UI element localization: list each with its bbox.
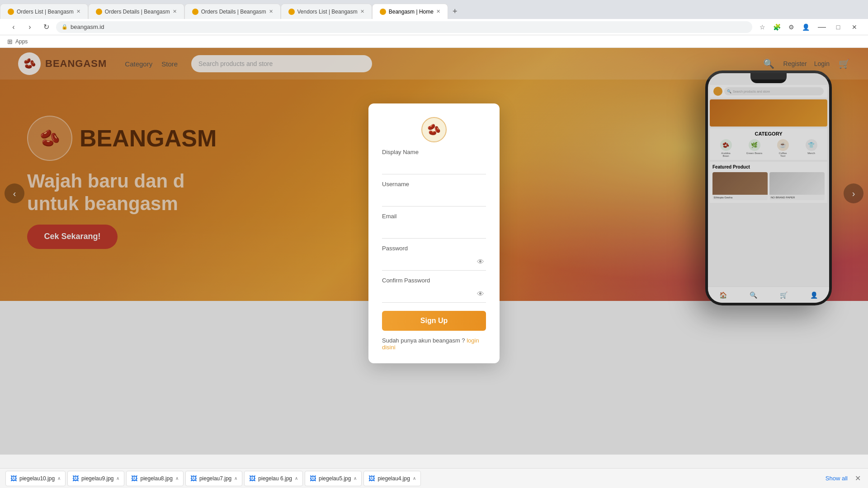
tab-orders-details-2[interactable]: Orders Details | Beangasm ✕	[184, 4, 281, 19]
tab-close[interactable]: ✕	[269, 9, 273, 14]
new-tab-button[interactable]: +	[448, 4, 462, 19]
download-item-6[interactable]: 🖼 piegelau5.jpg ∧	[305, 471, 362, 486]
tab-favicon	[288, 9, 295, 15]
download-chevron-icon[interactable]: ∧	[175, 476, 179, 481]
profile-button[interactable]: 👤	[799, 21, 812, 33]
close-browser-button[interactable]: ✕	[848, 21, 861, 33]
settings-button[interactable]: ⚙	[785, 21, 797, 33]
confirm-password-input[interactable]	[382, 286, 486, 303]
tab-label: Orders List | Beangasm	[17, 9, 74, 15]
modal-logo: 🫘	[421, 117, 447, 142]
tab-home[interactable]: Beangasm | Home ✕	[372, 4, 448, 19]
tab-label: Vendors List | Beangasm	[297, 9, 358, 15]
modal-logo-icon: 🫘	[427, 123, 441, 136]
download-item-7[interactable]: 🖼 piegelau4.jpg ∧	[363, 471, 420, 486]
signup-modal: 🫘 Display Name Username Email	[368, 103, 500, 363]
forward-button[interactable]: ›	[24, 21, 36, 33]
password-input[interactable]	[382, 253, 486, 271]
tab-label: Orders Details | Beangasm	[105, 9, 170, 15]
modal-footer: Sudah punya akun beangasm ? login disini	[382, 337, 486, 351]
download-item-1[interactable]: 🖼 piegelau10.jpg ∧	[5, 471, 66, 486]
username-input[interactable]	[382, 189, 486, 206]
tab-orders-list[interactable]: Orders List | Beangasm ✕	[0, 4, 88, 19]
modal-overlay: 🫘 Display Name Username Email	[0, 48, 868, 455]
password-input-wrap: 👁	[382, 253, 486, 271]
download-file-icon: 🖼	[72, 475, 79, 482]
minimize-button[interactable]: —	[816, 21, 828, 33]
username-label: Username	[382, 181, 486, 188]
download-chevron-icon[interactable]: ∧	[116, 476, 119, 481]
display-name-group: Display Name	[382, 149, 486, 174]
download-chevron-icon[interactable]: ∧	[234, 476, 237, 481]
tab-close[interactable]: ✕	[173, 9, 177, 14]
download-file-icon: 🖼	[131, 475, 137, 482]
download-filename: piegelau 6.jpg	[258, 475, 292, 482]
tab-close[interactable]: ✕	[436, 9, 440, 14]
apps-label: Apps	[15, 38, 28, 45]
download-filename: piegelau9.jpg	[81, 475, 113, 482]
download-file-icon: 🖼	[10, 475, 17, 482]
nav-bar: ‹ › ↻ 🔒 beangasm.id ☆ 🧩 ⚙ 👤 — □ ✕	[0, 19, 868, 35]
download-filename: piegelau10.jpg	[19, 475, 55, 482]
confirm-password-group: Confirm Password 👁	[382, 277, 486, 303]
back-button[interactable]: ‹	[7, 21, 20, 33]
apps-grid-icon: ⊞	[7, 38, 13, 45]
bookmark-button[interactable]: ☆	[756, 21, 769, 33]
download-item-2[interactable]: 🖼 piegelau9.jpg ∧	[67, 471, 124, 486]
tab-favicon	[96, 9, 102, 15]
tab-bar: Orders List | Beangasm ✕ Orders Details …	[0, 0, 868, 19]
confirm-password-input-wrap: 👁	[382, 286, 486, 303]
tab-label: Orders Details | Beangasm	[201, 9, 266, 15]
downloads-close-icon[interactable]: ✕	[853, 474, 863, 483]
username-group: Username	[382, 181, 486, 206]
show-all-button[interactable]: Show all	[822, 475, 851, 482]
downloads-bar: 🖼 piegelau10.jpg ∧ 🖼 piegelau9.jpg ∧ 🖼 p…	[0, 468, 868, 488]
reload-button[interactable]: ↻	[40, 21, 52, 33]
tab-favicon	[192, 9, 198, 15]
confirm-password-label: Confirm Password	[382, 277, 486, 284]
download-file-icon: 🖼	[190, 475, 197, 482]
display-name-input[interactable]	[382, 157, 486, 174]
password-label: Password	[382, 245, 486, 252]
display-name-label: Display Name	[382, 149, 486, 155]
confirm-password-eye-icon[interactable]: 👁	[477, 290, 484, 298]
display-name-input-wrap	[382, 157, 486, 174]
password-group: Password 👁	[382, 245, 486, 271]
download-chevron-icon[interactable]: ∧	[57, 476, 61, 481]
address-bar[interactable]: 🔒 beangasm.id	[56, 21, 752, 33]
download-chevron-icon[interactable]: ∧	[354, 476, 357, 481]
email-input[interactable]	[382, 221, 486, 239]
apps-bar: ⊞ Apps	[0, 35, 868, 48]
signup-button[interactable]: Sign Up	[382, 311, 486, 331]
download-chevron-icon[interactable]: ∧	[295, 476, 298, 481]
download-filename: piegelau8.jpg	[140, 475, 172, 482]
download-file-icon: 🖼	[249, 475, 255, 482]
tab-label: Beangasm | Home	[389, 9, 434, 15]
maximize-button[interactable]: □	[832, 21, 844, 33]
address-text: beangasm.id	[71, 23, 104, 30]
email-group: Email	[382, 213, 486, 239]
tab-orders-details-1[interactable]: Orders Details | Beangasm ✕	[88, 4, 184, 19]
download-filename: piegelau4.jpg	[377, 475, 410, 482]
email-label: Email	[382, 213, 486, 220]
download-chevron-icon[interactable]: ∧	[413, 476, 416, 481]
download-item-3[interactable]: 🖼 piegelau8.jpg ∧	[126, 471, 183, 486]
username-input-wrap	[382, 189, 486, 206]
tab-vendors-list[interactable]: Vendors List | Beangasm ✕	[281, 4, 372, 19]
modal-footer-text: Sudah punya akun beangasm ?	[382, 337, 465, 344]
download-file-icon: 🖼	[310, 475, 316, 482]
page-content: 🫘 BEANGASM Category Store Search product…	[0, 48, 868, 455]
password-eye-icon[interactable]: 👁	[477, 258, 484, 266]
email-input-wrap	[382, 221, 486, 239]
lock-icon: 🔒	[61, 24, 68, 30]
download-file-icon: 🖼	[368, 475, 375, 482]
download-item-5[interactable]: 🖼 piegelau 6.jpg ∧	[244, 471, 303, 486]
tab-favicon	[380, 9, 386, 15]
download-item-4[interactable]: 🖼 piegelau7.jpg ∧	[185, 471, 242, 486]
tab-close[interactable]: ✕	[360, 9, 364, 14]
download-filename: piegelau5.jpg	[319, 475, 351, 482]
browser-chrome: Orders List | Beangasm ✕ Orders Details …	[0, 0, 868, 35]
tab-close[interactable]: ✕	[76, 9, 80, 14]
nav-actions: ☆ 🧩 ⚙ 👤	[756, 21, 812, 33]
extension-button[interactable]: 🧩	[770, 21, 783, 33]
